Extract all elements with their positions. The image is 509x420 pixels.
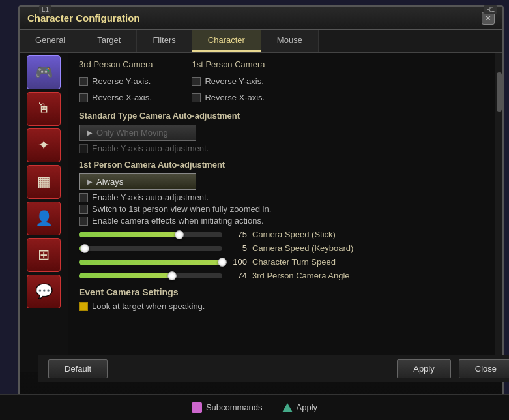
- tab-general[interactable]: General: [20, 30, 81, 52]
- sidebar-icon-action[interactable]: ✦: [27, 128, 61, 162]
- camera-col-3rd: 3rd Person Camera Reverse Y-axis. Revers…: [79, 59, 153, 104]
- look-at-target-checkbox[interactable]: [79, 302, 88, 311]
- switch-1st-checkbox[interactable]: [79, 205, 88, 214]
- sidebar-icon-grid[interactable]: ⊞: [27, 238, 61, 272]
- tab-target[interactable]: Target: [81, 30, 137, 52]
- reverse-y-1st-checkbox[interactable]: [192, 77, 201, 86]
- scrollbar-thumb[interactable]: [497, 72, 502, 112]
- bottom-buttons: Default Apply Close: [38, 355, 509, 382]
- slider-row-camera-speed-stick: 75 Camera Speed (Stick): [79, 230, 484, 239]
- camera-1st-title: 1st Person Camera: [192, 59, 265, 69]
- slider-track-camera-speed-stick[interactable]: [79, 232, 222, 237]
- slider-thumb-camera-speed-keyboard[interactable]: [80, 244, 89, 253]
- look-at-target-label: Look at target when speaking.: [92, 301, 205, 311]
- subcommands-item: Subcommands: [192, 402, 263, 413]
- sidebar-icon-mouse[interactable]: 🖱: [27, 92, 61, 126]
- standard-dropdown[interactable]: ▶ Only When Moving: [79, 125, 196, 141]
- slider-track-camera-angle[interactable]: [79, 273, 222, 278]
- enable-camera-effects-row[interactable]: Enable camera effects when initiating ac…: [79, 216, 484, 226]
- reverse-x-1st-row[interactable]: Reverse X-axis.: [192, 93, 265, 102]
- dropdown-arrow-first: ▶: [87, 178, 93, 185]
- enable-camera-effects-checkbox[interactable]: [79, 217, 88, 226]
- first-dropdown[interactable]: ▶ Always: [79, 173, 196, 190]
- slider-label-camera-speed-keyboard: Camera Speed (Keyboard): [252, 243, 353, 253]
- enable-yaxis-1st-checkbox[interactable]: [79, 193, 88, 202]
- reverse-y-1st-row[interactable]: Reverse Y-axis.: [192, 76, 265, 86]
- sidebar-icon-person[interactable]: 👤: [27, 202, 61, 235]
- slider-track-camera-speed-keyboard[interactable]: [79, 246, 222, 251]
- tab-character[interactable]: Character: [192, 30, 261, 52]
- first-dropdown-value: Always: [96, 177, 123, 187]
- first-person-auto-title: 1st Person Camera Auto-adjustment: [79, 160, 484, 170]
- triangle-button-icon: [282, 403, 293, 412]
- apply-button[interactable]: Apply: [397, 359, 451, 378]
- slider-row-camera-angle: 74 3rd Person Camera Angle: [79, 271, 484, 280]
- r1-badge: R1: [484, 5, 497, 14]
- enable-yaxis-standard-label: Enable Y-axis auto-adjustment.: [92, 143, 209, 153]
- look-at-target-row[interactable]: Look at target when speaking.: [79, 301, 484, 311]
- event-camera-title: Event Camera Settings: [79, 287, 484, 297]
- standard-dropdown-row: ▶ Only When Moving: [79, 125, 484, 141]
- camera-3rd-title: 3rd Person Camera: [79, 59, 153, 69]
- sidebar-icon-card[interactable]: ▦: [27, 165, 61, 199]
- slider-value-camera-speed-stick: 75: [227, 230, 247, 239]
- l1-badge: L1: [39, 5, 51, 14]
- slider-row-camera-speed-keyboard: 5 Camera Speed (Keyboard): [79, 243, 484, 253]
- reverse-y-3rd-checkbox[interactable]: [79, 77, 88, 86]
- tab-mouse[interactable]: Mouse: [261, 30, 319, 52]
- apply-bar-label: Apply: [297, 402, 318, 412]
- reverse-y-1st-label: Reverse Y-axis.: [205, 76, 263, 86]
- enable-yaxis-1st-row[interactable]: Enable Y-axis auto-adjustment.: [79, 192, 484, 202]
- tab-filters[interactable]: Filters: [137, 30, 192, 52]
- slider-fill-camera-speed-stick: [79, 232, 179, 237]
- tabs-row: General Target Filters Character Mouse: [20, 30, 502, 53]
- window-title: Character Configuration: [27, 12, 140, 23]
- event-camera-section: Event Camera Settings Look at target whe…: [79, 287, 484, 311]
- reverse-y-3rd-label: Reverse Y-axis.: [92, 76, 151, 86]
- camera-columns: 3rd Person Camera Reverse Y-axis. Revers…: [79, 59, 484, 104]
- slider-row-character-turn-speed: 100 Character Turn Speed: [79, 257, 484, 267]
- slider-thumb-camera-angle[interactable]: [167, 271, 177, 280]
- title-bar: L1 Character Configuration ✕ R1: [20, 7, 502, 30]
- slider-thumb-camera-speed-stick[interactable]: [175, 230, 184, 239]
- enable-yaxis-standard-row[interactable]: Enable Y-axis auto-adjustment.: [79, 143, 484, 153]
- slider-thumb-character-turn-speed[interactable]: [218, 258, 227, 267]
- sidebar-icon-chat[interactable]: 💬: [27, 275, 61, 308]
- sidebar: 🎮 🖱 ✦ ▦ 👤 ⊞ 💬: [20, 53, 68, 372]
- square-button-icon: [192, 402, 202, 413]
- reverse-x-1st-label: Reverse X-axis.: [205, 93, 265, 102]
- camera-col-1st: 1st Person Camera Reverse Y-axis. Revers…: [192, 59, 265, 104]
- slider-label-camera-angle: 3rd Person Camera Angle: [252, 271, 350, 280]
- switch-1st-label: Switch to 1st person view when fully zoo…: [92, 204, 271, 214]
- sidebar-icon-gamepad[interactable]: 🎮: [27, 55, 61, 89]
- slider-value-character-turn-speed: 100: [227, 257, 247, 267]
- standard-dropdown-value: Only When Moving: [96, 128, 168, 138]
- scrollbar[interactable]: [495, 53, 502, 372]
- dropdown-arrow-standard: ▶: [87, 129, 93, 136]
- slider-label-character-turn-speed: Character Turn Speed: [252, 257, 336, 267]
- slider-label-camera-speed-stick: Camera Speed (Stick): [252, 230, 336, 239]
- slider-value-camera-angle: 74: [227, 271, 247, 280]
- slider-track-character-turn-speed[interactable]: [79, 260, 222, 265]
- reverse-x-3rd-label: Reverse X-axis.: [92, 93, 152, 102]
- first-dropdown-row: ▶ Always: [79, 173, 484, 190]
- enable-yaxis-standard-checkbox[interactable]: [79, 144, 88, 153]
- switch-1st-row[interactable]: Switch to 1st person view when fully zoo…: [79, 204, 484, 214]
- body-area: 🎮 🖱 ✦ ▦ 👤 ⊞ 💬 3rd Person Camera Reverse …: [20, 53, 502, 372]
- apply-item: Apply: [282, 402, 318, 412]
- slider-fill-camera-angle: [79, 273, 172, 278]
- enable-camera-effects-label: Enable camera effects when initiating ac…: [92, 216, 264, 226]
- reverse-x-1st-checkbox[interactable]: [192, 93, 201, 102]
- slider-fill-character-turn-speed: [79, 260, 222, 265]
- reverse-x-3rd-checkbox[interactable]: [79, 93, 88, 102]
- reverse-y-3rd-row[interactable]: Reverse Y-axis.: [79, 76, 153, 86]
- standard-auto-title: Standard Type Camera Auto-adjustment: [79, 111, 484, 121]
- default-button[interactable]: Default: [48, 359, 108, 378]
- enable-yaxis-1st-label: Enable Y-axis auto-adjustment.: [92, 192, 209, 202]
- slider-value-camera-speed-keyboard: 5: [227, 243, 247, 253]
- close-main-button[interactable]: Close: [459, 359, 509, 378]
- bottom-bar: Subcommands Apply: [0, 394, 509, 420]
- subcommands-label: Subcommands: [206, 402, 263, 412]
- content-area: 3rd Person Camera Reverse Y-axis. Revers…: [68, 53, 495, 372]
- reverse-x-3rd-row[interactable]: Reverse X-axis.: [79, 93, 153, 102]
